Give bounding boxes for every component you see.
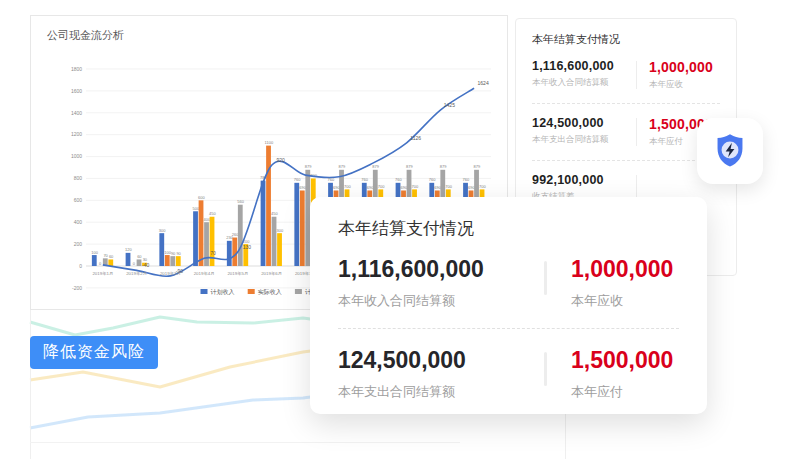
summary-row-expense: 124,500,000 本年支出合同结算额 1,500,000 本年应付 [532,116,720,148]
popup-expense-value: 124,500,000 [338,347,544,374]
svg-text:400: 400 [74,219,83,225]
svg-text:1425: 1425 [444,102,455,108]
summary-title: 本年结算支付情况 [532,32,720,47]
dashed-divider [532,103,720,104]
svg-text:700: 700 [412,184,419,189]
svg-text:70: 70 [210,250,216,256]
svg-text:2019年1月: 2019年1月 [92,271,113,276]
svg-text:2019年6月: 2019年6月 [261,271,282,276]
svg-text:600: 600 [74,197,83,203]
svg-text:120: 120 [125,247,132,252]
balance-value: 992,100,000 [532,173,628,187]
svg-text:879: 879 [474,164,481,169]
receivable-label: 本年应收 [649,79,713,91]
layout-divider-left [30,310,31,459]
receivable-value: 1,000,000 [649,59,713,75]
svg-text:2019年2月: 2019年2月 [126,271,147,276]
svg-text:879: 879 [406,164,413,169]
svg-text:760: 760 [395,177,402,182]
column-divider [544,352,547,386]
popup-expense-label: 本年支出合同结算额 [338,383,544,401]
popup-row-expense: 124,500,000 本年支出合同结算额 1,500,000 本年应付 [338,347,679,401]
expense-settled-label: 本年支出合同结算额 [532,134,628,146]
svg-text:90: 90 [176,251,181,256]
svg-text:300: 300 [159,228,166,233]
svg-text:1624: 1624 [478,80,489,86]
popup-title: 本年结算支付情况 [338,217,679,240]
svg-text:700: 700 [479,184,486,189]
income-settled-value: 1,116,600,000 [532,59,628,73]
summary-income-settled: 1,116,600,000 本年收入合同结算额 [532,59,628,89]
svg-text:879: 879 [339,164,346,169]
svg-text:60: 60 [109,254,114,259]
shield-badge-card [697,118,763,184]
popup-expense-settled: 124,500,000 本年支出合同结算额 [338,347,544,401]
svg-text:1800: 1800 [71,66,82,72]
svg-text:0: 0 [79,263,82,269]
svg-text:2019年3月: 2019年3月 [160,271,181,276]
svg-text:1400: 1400 [71,110,82,116]
popup-income-label: 本年收入合同结算额 [338,292,544,310]
svg-text:700: 700 [344,184,351,189]
svg-text:90: 90 [171,251,176,256]
settlement-popup-card: 本年结算支付情况 1,116,600,000 本年收入合同结算额 1,000,0… [310,197,707,414]
shield-lightning-icon [707,128,753,174]
svg-text:700: 700 [445,184,452,189]
popup-income-value: 1,116,600,000 [338,256,544,283]
svg-text:实际收入: 实际收入 [258,288,282,296]
risk-reduction-badge: 降低资金风险 [30,336,158,369]
chart-title: 公司现金流分析 [47,28,124,43]
popup-row-income: 1,116,600,000 本年收入合同结算额 1,000,000 本年应收 [338,256,679,310]
column-divider [636,61,637,89]
svg-text:560: 560 [237,199,244,204]
svg-text:920: 920 [276,157,285,163]
svg-text:450: 450 [271,211,278,216]
svg-text:计划收入: 计划收入 [211,288,235,296]
svg-text:-200: -200 [72,285,82,291]
dashboard: 公司现金流分析 -2000200400600800100012001400160… [0,0,792,459]
svg-text:1126: 1126 [410,135,421,141]
summary-receivable: 1,000,000 本年应收 [649,59,713,91]
svg-text:1600: 1600 [71,88,82,94]
svg-text:0: 0 [133,261,136,266]
svg-text:300: 300 [277,228,284,233]
summary-expense-settled: 124,500,000 本年支出合同结算额 [532,116,628,146]
svg-text:1200: 1200 [71,131,82,137]
layout-divider-bottom [30,442,460,443]
dashed-divider [532,160,720,161]
svg-text:1000: 1000 [71,153,82,159]
svg-text:450: 450 [209,211,216,216]
popup-receivable: 1,000,000 本年应收 [571,256,673,310]
svg-text:100: 100 [91,250,98,255]
svg-text:-40: -40 [142,262,149,268]
popup-payable: 1,500,000 本年应付 [571,347,673,401]
expense-settled-value: 124,500,000 [532,116,628,130]
svg-text:760: 760 [463,177,470,182]
dashed-divider [338,328,679,329]
column-divider [636,118,637,146]
popup-receivable-label: 本年应收 [571,292,673,310]
popup-receivable-value: 1,000,000 [571,256,673,283]
svg-text:130: 130 [243,244,252,250]
svg-text:1100: 1100 [265,140,274,145]
svg-text:2019年4月: 2019年4月 [194,271,215,276]
svg-text:70: 70 [103,253,108,258]
svg-text:0: 0 [99,261,102,266]
svg-text:2019年5月: 2019年5月 [227,271,248,276]
popup-payable-label: 本年应付 [571,383,673,401]
income-settled-label: 本年收入合同结算额 [532,77,628,89]
svg-text:760: 760 [361,177,368,182]
summary-row-income: 1,116,600,000 本年收入合同结算额 1,000,000 本年应收 [532,59,720,91]
svg-text:800: 800 [74,175,83,181]
svg-text:200: 200 [74,241,83,247]
column-divider [544,261,547,295]
svg-text:60: 60 [137,254,142,259]
svg-text:760: 760 [429,177,436,182]
svg-text:879: 879 [372,164,379,169]
svg-text:760: 760 [294,177,301,182]
svg-text:879: 879 [305,164,312,169]
svg-text:600: 600 [198,195,205,200]
popup-income-settled: 1,116,600,000 本年收入合同结算额 [338,256,544,310]
popup-payable-value: 1,500,000 [571,347,673,374]
svg-text:700: 700 [378,184,385,189]
